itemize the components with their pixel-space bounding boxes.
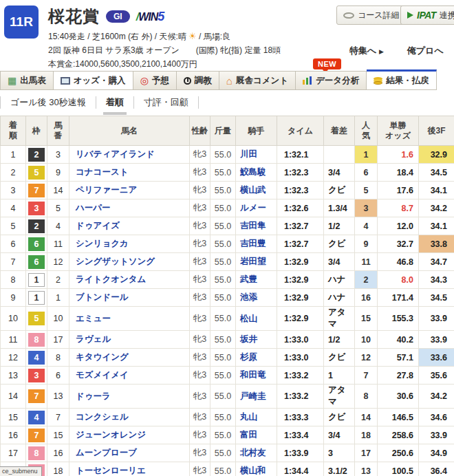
result-submenu: ゴール後 30秒速報着順寸評・回顧	[0, 95, 199, 110]
sex-age: 牝3	[190, 217, 210, 235]
last-3f: 34.5	[419, 164, 454, 182]
jockey-link[interactable]: 岩田望	[236, 253, 277, 271]
horse-name-link[interactable]: ハーパー	[69, 199, 190, 217]
horse-name-link[interactable]: ドゥアイズ	[69, 217, 190, 235]
frame-badge: 4	[26, 349, 47, 367]
racecard-icon: ▦	[8, 76, 17, 85]
horse-name-link[interactable]: エミュー	[69, 307, 190, 331]
frame-badge: 5	[26, 307, 47, 331]
jockey-link[interactable]: 坂井	[236, 331, 277, 349]
col-header-odds: 単勝 オッズ	[378, 116, 419, 146]
win-odds: 258.6	[378, 426, 419, 444]
popularity: 8	[355, 385, 378, 409]
margin: 3/4	[324, 253, 355, 271]
horse-name-link[interactable]: キタウイング	[69, 349, 190, 367]
popularity: 16	[355, 289, 378, 307]
header-links: 特集へ ▶ 俺プロへ	[349, 45, 444, 57]
horse-name-link[interactable]: シングザットソング	[69, 253, 190, 271]
tab-6[interactable]: 結果・払戻	[367, 69, 437, 90]
jockey-link[interactable]: 丸山	[236, 409, 277, 426]
jockey-link[interactable]: 和田竜	[236, 367, 277, 385]
horse-name-link[interactable]: コナコースト	[69, 164, 190, 182]
popularity: 6	[355, 164, 378, 182]
jockey-link[interactable]: 池添	[236, 289, 277, 307]
tab-label: 結果・払戻	[386, 75, 429, 87]
horse-name-link[interactable]: ドゥーラ	[69, 385, 190, 409]
finish-time: 1:33.0	[277, 349, 324, 367]
horse-name-link[interactable]: リバティアイランド	[69, 146, 190, 164]
finish-time: 1:34.4	[277, 462, 324, 476]
finish-time: 1:32.9	[277, 307, 324, 331]
finish-position: 15	[1, 409, 26, 426]
horse-name-link[interactable]: トーセンローリエ	[69, 462, 190, 476]
horse-name-link[interactable]: ライトクオンタム	[69, 271, 190, 289]
jockey-link[interactable]: 横山武	[236, 182, 277, 199]
orepro-link[interactable]: 俺プロへ	[407, 45, 444, 57]
frame-color-badge: 7	[28, 389, 45, 403]
sex-age: 牝3	[190, 289, 210, 307]
horse-name-link[interactable]: ブトンドール	[69, 289, 190, 307]
frame-badge: 2	[26, 146, 47, 164]
finish-position: 3	[1, 182, 26, 199]
jockey-link[interactable]: 川田	[236, 146, 277, 164]
last-3f: 34.1	[419, 182, 454, 199]
frame-badge: 3	[26, 199, 47, 217]
sex-age: 牝3	[190, 331, 210, 349]
col-header-time: タイム	[277, 116, 324, 146]
sex-age: 牝3	[190, 164, 210, 182]
ipat-link-button[interactable]: IPAT 連携	[400, 6, 454, 25]
horse-name-link[interactable]: ジューンオレンジ	[69, 426, 190, 444]
frame-color-badge: 8	[28, 446, 45, 460]
frame-badge: 4	[26, 409, 47, 426]
last-3f: 34.5	[419, 289, 454, 307]
horse-number: 16	[47, 444, 69, 462]
jockey-link[interactable]: 北村友	[236, 444, 277, 462]
jockey-link[interactable]: 吉田隼	[236, 217, 277, 235]
tab-0[interactable]: ▦出馬表	[0, 71, 54, 90]
tab-label: データ分析	[316, 75, 359, 87]
jockey-link[interactable]: 吉田豊	[236, 235, 277, 253]
finish-position: 9	[1, 289, 26, 307]
horse-name-link[interactable]: ラヴェル	[69, 331, 190, 349]
status-tooltip: ce_submenu	[0, 466, 42, 476]
win-odds: 17.6	[378, 182, 419, 199]
win-odds: 40.2	[378, 331, 419, 349]
carried-weight: 55.0	[210, 385, 236, 409]
col-header-last3f: 後3F	[419, 116, 454, 146]
win-odds: 250.6	[378, 444, 419, 462]
horse-name-link[interactable]: ペリファーニア	[69, 182, 190, 199]
horse-number: 15	[47, 426, 69, 444]
tab-2[interactable]: ◎予想	[133, 71, 177, 90]
last-3f: 34.2	[419, 199, 454, 217]
ipat-logo: IPAT	[417, 10, 436, 21]
tab-1[interactable]: オッズ・購入	[54, 71, 133, 90]
horse-name-link[interactable]: モズメイメイ	[69, 367, 190, 385]
jockey-link[interactable]: 鮫島駿	[236, 164, 277, 182]
jockey-link[interactable]: 松山	[236, 307, 277, 331]
new-badge: NEW	[313, 58, 341, 69]
submenu-item-2[interactable]: 寸評・回顧	[133, 96, 199, 109]
course-detail-button[interactable]: コース詳細	[336, 6, 407, 25]
special-feature-link[interactable]: 特集へ ▶	[349, 45, 384, 57]
submenu-item-0[interactable]: ゴール後 30秒速報	[0, 96, 96, 109]
horse-name-link[interactable]: シンリョクカ	[69, 235, 190, 253]
horse-name-link[interactable]: ムーンプローブ	[69, 444, 190, 462]
jockey-link[interactable]: 杉原	[236, 349, 277, 367]
sex-age: 牝3	[190, 349, 210, 367]
course-icon	[343, 12, 354, 19]
tab-label: 厩舎コメント	[236, 75, 288, 87]
horse-name-link[interactable]: コンクシェル	[69, 409, 190, 426]
submenu-item-1[interactable]: 着順	[96, 96, 133, 109]
tab-5[interactable]: データ分析	[296, 71, 367, 90]
last-3f: 33.9	[419, 307, 454, 331]
tab-4[interactable]: ⌂厩舎コメント	[219, 71, 296, 90]
jockey-link[interactable]: 横山和	[236, 462, 277, 476]
jockey-link[interactable]: 富田	[236, 426, 277, 444]
jockey-link[interactable]: 武豊	[236, 271, 277, 289]
jockey-link[interactable]: ルメー	[236, 199, 277, 217]
sun-icon: ☀	[188, 31, 197, 41]
results-table: 着 順枠馬 番馬名性齢斤量騎手タイム着差人 気単勝 オッズ後3F 1 2 3 リ…	[0, 116, 454, 476]
jockey-link[interactable]: 戸崎圭	[236, 385, 277, 409]
horse-number: 10	[47, 307, 69, 331]
tab-3[interactable]: 調教	[177, 71, 219, 90]
